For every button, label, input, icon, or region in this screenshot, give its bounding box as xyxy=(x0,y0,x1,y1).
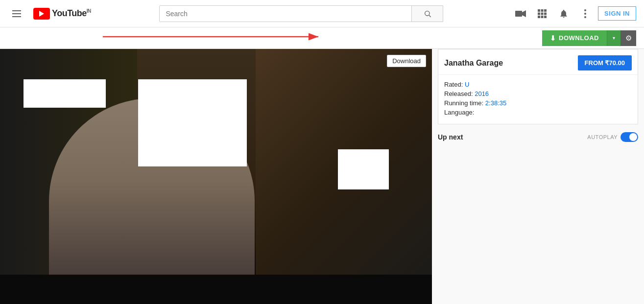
svg-rect-7 xyxy=(538,12,540,15)
header-right: SIGN IN xyxy=(512,5,636,23)
runtime-value: 2:38:35 xyxy=(485,99,506,107)
main-content: Download Janatha Garage FROM ₹70.00 Rate… xyxy=(0,49,644,304)
gear-icon: ⚙ xyxy=(625,34,632,43)
svg-rect-4 xyxy=(538,9,540,12)
camera-button[interactable] xyxy=(512,5,529,23)
redacted-area-1 xyxy=(24,79,106,108)
rated-value: U xyxy=(465,81,469,88)
released-row: Released: 2016 xyxy=(444,90,632,97)
more-options-button[interactable] xyxy=(576,5,594,23)
chevron-down-icon: ▾ xyxy=(613,35,615,41)
search-input[interactable] xyxy=(160,6,411,22)
search-area xyxy=(91,5,512,22)
download-main-button[interactable]: ⬇ DOWNLOAD xyxy=(542,30,607,46)
notifications-button[interactable] xyxy=(555,5,572,23)
download-settings-button[interactable]: ⚙ xyxy=(620,30,636,46)
autoplay-toggle[interactable] xyxy=(620,132,638,142)
svg-point-14 xyxy=(584,13,586,15)
language-row: Language: xyxy=(444,109,632,116)
youtube-logo-icon xyxy=(33,8,50,20)
red-arrow-icon xyxy=(98,29,323,44)
movie-details: Rated: U Released: 2016 Running time: 2:… xyxy=(438,75,638,124)
header: YouTubeIN xyxy=(0,0,644,27)
bell-icon xyxy=(559,9,569,19)
svg-rect-9 xyxy=(544,12,547,15)
download-button-group: ⬇ DOWNLOAD ▾ ⚙ xyxy=(542,30,637,46)
svg-rect-10 xyxy=(538,16,540,18)
video-background xyxy=(0,49,432,304)
play-triangle-icon xyxy=(39,11,44,17)
download-btn-label: DOWNLOAD xyxy=(559,34,599,42)
arrow-annotation xyxy=(98,29,323,44)
svg-line-1 xyxy=(429,15,431,17)
apps-button[interactable] xyxy=(533,5,551,23)
download-toolbar: ⬇ DOWNLOAD ▾ ⚙ xyxy=(0,27,644,49)
released-value: 2016 xyxy=(475,90,489,97)
svg-rect-11 xyxy=(541,16,544,18)
apps-icon xyxy=(538,9,547,18)
logo-area[interactable]: YouTubeIN xyxy=(33,8,91,20)
hamburger-icon xyxy=(12,10,21,17)
search-icon xyxy=(424,10,431,18)
download-dropdown-button[interactable]: ▾ xyxy=(607,30,620,46)
svg-rect-2 xyxy=(515,11,522,17)
download-icon: ⬇ xyxy=(550,34,556,42)
svg-point-0 xyxy=(425,11,429,15)
svg-point-13 xyxy=(584,9,586,11)
movie-info-header: Janatha Garage FROM ₹70.00 xyxy=(438,49,638,75)
rated-row: Rated: U xyxy=(444,81,632,88)
sidebar: Janatha Garage FROM ₹70.00 Rated: U Rele… xyxy=(432,49,644,304)
released-label: Released: xyxy=(444,90,473,97)
youtube-text: YouTube xyxy=(52,8,87,18)
svg-rect-5 xyxy=(541,9,544,12)
more-icon xyxy=(584,9,586,18)
svg-rect-6 xyxy=(544,9,547,12)
svg-point-15 xyxy=(584,16,586,18)
search-box xyxy=(159,5,443,22)
video-player[interactable]: Download xyxy=(0,49,432,304)
svg-marker-3 xyxy=(522,10,526,17)
runtime-row: Running time: 2:38:35 xyxy=(444,99,632,107)
rated-label: Rated: xyxy=(444,81,463,88)
country-badge: IN xyxy=(87,8,91,14)
movie-title: Janatha Garage xyxy=(444,59,503,68)
scene-floor xyxy=(0,275,432,304)
from-price-button[interactable]: FROM ₹70.00 xyxy=(578,55,632,70)
runtime-label: Running time: xyxy=(444,99,483,107)
redacted-area-3 xyxy=(338,149,389,189)
movie-info-card: Janatha Garage FROM ₹70.00 Rated: U Rele… xyxy=(438,49,638,124)
camera-icon xyxy=(515,10,526,18)
autoplay-row: AUTOPLAY xyxy=(587,132,638,142)
language-label: Language: xyxy=(444,109,474,116)
header-left: YouTubeIN xyxy=(8,5,91,23)
redacted-area-2 xyxy=(138,79,247,166)
up-next-section: Up next AUTOPLAY xyxy=(438,128,638,146)
search-button[interactable] xyxy=(411,6,443,22)
video-download-overlay: Download xyxy=(387,55,426,67)
svg-rect-8 xyxy=(541,12,544,15)
up-next-label: Up next xyxy=(438,133,463,141)
svg-rect-12 xyxy=(544,16,547,18)
youtube-wordmark: YouTubeIN xyxy=(52,8,91,19)
video-download-button[interactable]: Download xyxy=(387,55,426,67)
sign-in-button[interactable]: SIGN IN xyxy=(598,6,636,21)
toggle-knob xyxy=(629,133,637,141)
hamburger-menu-button[interactable] xyxy=(8,5,25,23)
autoplay-text: AUTOPLAY xyxy=(587,134,618,140)
